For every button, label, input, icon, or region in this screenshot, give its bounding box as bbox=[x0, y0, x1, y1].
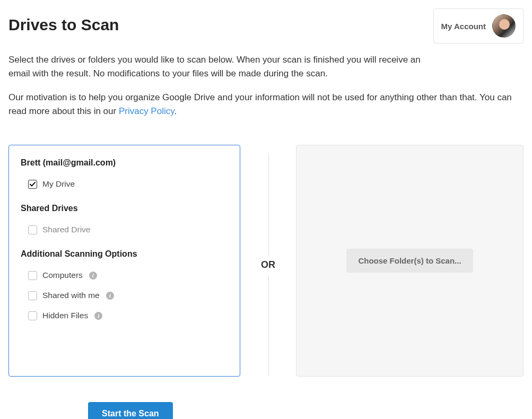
shared-with-me-row[interactable]: Shared with me i bbox=[28, 291, 228, 300]
computers-checkbox[interactable] bbox=[28, 271, 37, 280]
shared-drive-checkbox[interactable] bbox=[28, 225, 37, 234]
my-account-button[interactable]: My Account bbox=[433, 8, 524, 43]
info-icon[interactable]: i bbox=[94, 312, 102, 320]
additional-options-title: Additional Scanning Options bbox=[21, 249, 228, 259]
check-icon bbox=[30, 181, 36, 187]
account-email-label: Brett (mail@gmail.com) bbox=[21, 158, 228, 168]
privacy-policy-link[interactable]: Privacy Policy bbox=[119, 106, 175, 116]
info-icon[interactable]: i bbox=[106, 292, 114, 300]
hidden-files-label: Hidden Files bbox=[42, 311, 88, 320]
shared-drive-label: Shared Drive bbox=[42, 225, 90, 234]
info-icon[interactable]: i bbox=[89, 272, 97, 280]
computers-row[interactable]: Computers i bbox=[28, 270, 228, 280]
my-drive-row[interactable]: My Drive bbox=[28, 179, 228, 189]
account-label: My Account bbox=[441, 22, 486, 31]
intro-paragraph-2: Our motivation is to help you organize G… bbox=[8, 91, 523, 119]
intro-paragraph-2-prefix: Our motivation is to help you organize G… bbox=[8, 92, 512, 116]
or-label: OR bbox=[261, 255, 275, 275]
divider-column: OR bbox=[240, 153, 296, 377]
start-scan-button[interactable]: Start the Scan bbox=[88, 402, 173, 419]
shared-with-me-label: Shared with me bbox=[42, 291, 100, 300]
computers-label: Computers bbox=[42, 270, 83, 280]
choose-folders-button[interactable]: Choose Folder(s) to Scan... bbox=[346, 249, 473, 273]
hidden-files-row[interactable]: Hidden Files i bbox=[28, 311, 228, 320]
hidden-files-checkbox[interactable] bbox=[28, 311, 37, 320]
shared-drives-title: Shared Drives bbox=[21, 204, 228, 213]
intro-paragraph-1: Select the drives or folders you would l… bbox=[8, 53, 422, 81]
my-drive-checkbox[interactable] bbox=[28, 180, 37, 189]
my-drive-label: My Drive bbox=[42, 179, 75, 189]
page-title: Drives to Scan bbox=[8, 16, 119, 34]
shared-drive-row[interactable]: Shared Drive bbox=[28, 225, 228, 234]
drives-panel: Brett (mail@gmail.com) My Drive Shared D… bbox=[8, 145, 240, 377]
header-row: Drives to Scan My Account bbox=[8, 8, 524, 43]
folder-picker-panel: Choose Folder(s) to Scan... bbox=[296, 145, 524, 377]
intro-paragraph-2-suffix: . bbox=[174, 106, 177, 116]
columns: Brett (mail@gmail.com) My Drive Shared D… bbox=[8, 145, 524, 377]
shared-with-me-checkbox[interactable] bbox=[28, 291, 37, 300]
avatar bbox=[492, 14, 516, 38]
